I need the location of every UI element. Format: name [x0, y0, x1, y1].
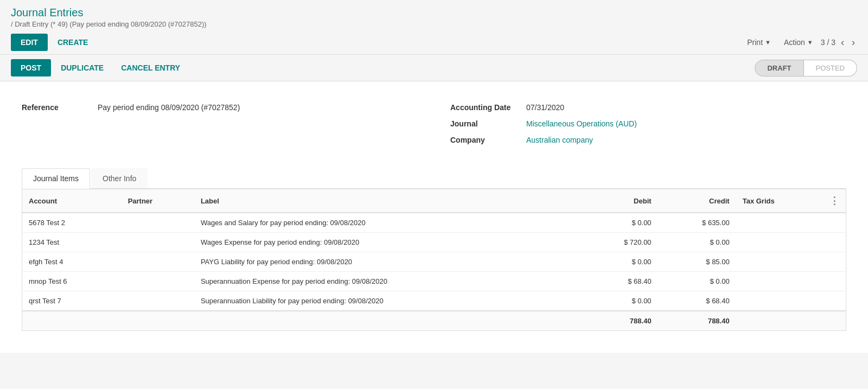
- print-button[interactable]: Print ▼: [742, 34, 776, 51]
- totals-row: 788.40 788.40: [22, 311, 846, 330]
- col-tax-grids: Tax Grids: [736, 189, 823, 213]
- tab-other-info[interactable]: Other Info: [91, 168, 148, 188]
- reference-value: Pay period ending 08/09/2020 (#7027852): [98, 103, 240, 112]
- tab-journal-items[interactable]: Journal Items: [22, 168, 90, 189]
- pagination: 3 / 3 ‹ ›: [821, 37, 857, 48]
- next-button[interactable]: ›: [850, 37, 857, 48]
- totals-empty-1: [22, 311, 122, 330]
- page-wrapper: Journal Entries / Draft Entry (* 49) (Pa…: [0, 0, 868, 389]
- cell-credit: $ 635.00: [658, 213, 736, 233]
- action-label: Action: [784, 38, 805, 47]
- cell-tax-grids: [736, 233, 823, 252]
- cell-options: [823, 233, 846, 252]
- cell-tax-grids: [736, 272, 823, 291]
- cell-debit: $ 68.40: [580, 272, 658, 291]
- journal-items-table-wrapper: Account Partner Label Debit Credit Tax G…: [22, 189, 846, 331]
- cell-options: [823, 291, 846, 311]
- accounting-date-value: 07/31/2020: [526, 103, 564, 112]
- col-options: ⋮: [823, 189, 846, 213]
- cell-credit: $ 0.00: [658, 272, 736, 291]
- app-title: Journal Entries: [11, 7, 857, 19]
- cell-partner: [122, 213, 194, 233]
- duplicate-button[interactable]: DUPLICATE: [53, 59, 111, 76]
- cell-tax-grids: [736, 252, 823, 272]
- cell-account: efgh Test 4: [22, 252, 122, 272]
- totals-debit: 788.40: [580, 311, 658, 330]
- cancel-entry-button[interactable]: CANCEL ENTRY: [113, 59, 188, 76]
- top-toolbar: EDIT CREATE Print ▼ Action ▼ 3 / 3 ‹ ›: [0, 30, 868, 55]
- print-dropdown-arrow: ▼: [765, 39, 771, 46]
- table-row: qrst Test 7 Superannuation Liability for…: [22, 291, 846, 311]
- pagination-text: 3 / 3: [821, 38, 835, 47]
- cell-label: Wages Expense for pay period ending: 09/…: [194, 233, 580, 252]
- cell-account: 5678 Test 2: [22, 213, 122, 233]
- journal-label: Journal: [450, 119, 526, 128]
- action-button[interactable]: Action ▼: [778, 34, 819, 51]
- cell-tax-grids: [736, 213, 823, 233]
- table-row: mnop Test 6 Superannuation Expense for p…: [22, 272, 846, 291]
- cell-account: qrst Test 7: [22, 291, 122, 311]
- cell-partner: [122, 252, 194, 272]
- cell-credit: $ 68.40: [658, 291, 736, 311]
- table-header-row: Account Partner Label Debit Credit Tax G…: [22, 189, 846, 213]
- create-button[interactable]: CREATE: [50, 34, 96, 51]
- company-row: Company Australian company: [450, 136, 846, 144]
- form-section: Reference Pay period ending 08/09/2020 (…: [22, 92, 846, 168]
- print-label: Print: [747, 38, 763, 47]
- cell-tax-grids: [736, 291, 823, 311]
- accounting-date-label: Accounting Date: [450, 103, 526, 112]
- col-credit: Credit: [658, 189, 736, 213]
- cell-debit: $ 0.00: [580, 252, 658, 272]
- journal-items-table: Account Partner Label Debit Credit Tax G…: [22, 189, 846, 330]
- totals-empty-5: [823, 311, 846, 330]
- action-dropdown-arrow: ▼: [807, 39, 813, 46]
- table-row: 5678 Test 2 Wages and Salary for pay per…: [22, 213, 846, 233]
- tabs: Journal Items Other Info: [22, 168, 846, 189]
- totals-empty-2: [122, 311, 194, 330]
- totals-credit: 788.40: [658, 311, 736, 330]
- breadcrumb-sub: / Draft Entry (* 49) (Pay period ending …: [11, 20, 857, 28]
- col-label: Label: [194, 189, 580, 213]
- cell-credit: $ 0.00: [658, 233, 736, 252]
- cell-debit: $ 0.00: [580, 213, 658, 233]
- edit-button[interactable]: EDIT: [11, 34, 48, 51]
- cell-account: mnop Test 6: [22, 272, 122, 291]
- cell-options: [823, 272, 846, 291]
- table-row: 1234 Test Wages Expense for pay period e…: [22, 233, 846, 252]
- reference-row: Reference Pay period ending 08/09/2020 (…: [22, 103, 418, 112]
- status-bar: DRAFT POSTED: [755, 60, 857, 76]
- status-posted: POSTED: [804, 60, 857, 76]
- cell-label: Superannuation Liability for pay period …: [194, 291, 580, 311]
- post-button[interactable]: POST: [11, 59, 51, 76]
- cell-partner: [122, 233, 194, 252]
- cell-partner: [122, 272, 194, 291]
- cell-account: 1234 Test: [22, 233, 122, 252]
- cell-label: PAYG Liability for pay period ending: 09…: [194, 252, 580, 272]
- cell-label: Superannuation Expense for pay period en…: [194, 272, 580, 291]
- form-right: Accounting Date 07/31/2020 Journal Misce…: [450, 103, 846, 152]
- col-debit: Debit: [580, 189, 658, 213]
- company-value[interactable]: Australian company: [526, 136, 593, 144]
- cell-options: [823, 213, 846, 233]
- prev-button[interactable]: ‹: [839, 37, 846, 48]
- cell-partner: [122, 291, 194, 311]
- cell-debit: $ 720.00: [580, 233, 658, 252]
- journal-value[interactable]: Miscellaneous Operations (AUD): [526, 119, 637, 128]
- reference-label: Reference: [22, 103, 98, 112]
- accounting-date-row: Accounting Date 07/31/2020: [450, 103, 846, 112]
- cell-debit: $ 0.00: [580, 291, 658, 311]
- totals-empty-4: [736, 311, 823, 330]
- col-partner: Partner: [122, 189, 194, 213]
- options-icon[interactable]: ⋮: [829, 195, 839, 206]
- cell-credit: $ 85.00: [658, 252, 736, 272]
- action-left: POST DUPLICATE CANCEL ENTRY: [11, 59, 188, 76]
- table-row: efgh Test 4 PAYG Liability for pay perio…: [22, 252, 846, 272]
- cell-label: Wages and Salary for pay period ending: …: [194, 213, 580, 233]
- status-draft: DRAFT: [755, 60, 803, 76]
- journal-row: Journal Miscellaneous Operations (AUD): [450, 119, 846, 128]
- breadcrumb-area: Journal Entries / Draft Entry (* 49) (Pa…: [0, 0, 868, 30]
- cell-options: [823, 252, 846, 272]
- col-account: Account: [22, 189, 122, 213]
- company-label: Company: [450, 136, 526, 144]
- action-toolbar: POST DUPLICATE CANCEL ENTRY DRAFT POSTED: [0, 55, 868, 81]
